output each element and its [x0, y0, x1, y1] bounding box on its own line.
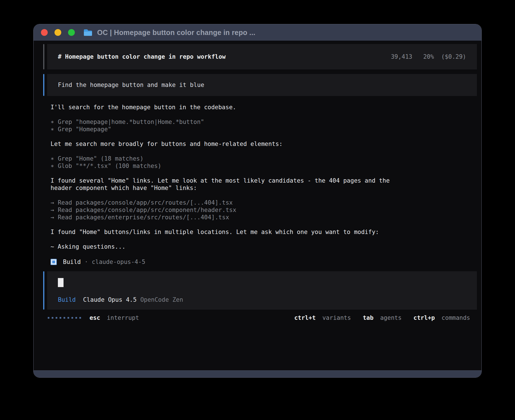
esc-key: esc [90, 314, 100, 321]
spinner-dot [60, 317, 61, 319]
shortcut-action: commands [442, 314, 470, 321]
terminal-content: # Homepage button color change in repo w… [34, 41, 481, 370]
interrupt-label: interrupt [107, 314, 139, 321]
user-message-text: Find the homepage button and make it blu… [58, 81, 204, 89]
asterisk-icon: ∗ [51, 126, 54, 133]
assistant-text-broader: Let me search more broadly for buttons a… [51, 140, 402, 148]
tool-call-text: Grep "Homepage" [58, 126, 112, 133]
agent-badge-icon [51, 259, 57, 265]
shortcut-action: variants [322, 314, 351, 321]
mode-label[interactable]: Build [58, 296, 76, 303]
model-label[interactable]: Claude Opus 4.5 [83, 296, 137, 303]
tool-call-text: Grep "Home" (18 matches) [58, 155, 143, 162]
user-message: Find the homepage button and make it blu… [43, 74, 477, 96]
user-message-accent-bar [43, 74, 44, 96]
session-cost: ($0.29) [441, 53, 466, 60]
spinner-dot [67, 317, 69, 319]
spinner-dots [48, 317, 81, 319]
provider-label: OpenCode Zen [140, 296, 183, 303]
spinner-dot [71, 317, 73, 319]
shortcut-key: tab [363, 314, 374, 321]
window-bottom-frame [34, 370, 481, 377]
asterisk-icon: ∗ [51, 155, 54, 162]
spinner-dot [56, 317, 57, 319]
spinner-dot [48, 317, 49, 319]
session-stats: 39,413 20% ($0.29) [391, 53, 466, 60]
context-percent: 20% [423, 53, 434, 60]
zoom-button[interactable] [68, 29, 75, 36]
terminal-window: OC | Homepage button color change in rep… [33, 24, 482, 378]
agent-name: Build [63, 258, 81, 266]
arrow-right-icon: → [51, 206, 54, 214]
agent-badge: Build · claude-opus-4-5 [51, 258, 402, 266]
tool-call-item: ∗ Grep "Home" (18 matches) [51, 155, 402, 162]
prompt-input[interactable]: Build Claude Opus 4.5 OpenCode Zen [43, 271, 477, 310]
shortcut-variants: ctrl+t variants [294, 314, 351, 321]
session-title: # Homepage button color change in repo w… [58, 53, 226, 60]
status-bar: esc interrupt ctrl+t variants tab agents… [43, 313, 477, 323]
window-title: OC | Homepage button color change in rep… [97, 29, 255, 37]
tool-call-item: ∗ Glob "**/*.tsx" (100 matches) [51, 162, 402, 170]
session-header: # Homepage button color change in repo w… [43, 44, 477, 69]
dot-separator: · [84, 258, 88, 266]
spinner-dot [75, 317, 77, 319]
read-call-list: → Read packages/console/app/src/routes/[… [51, 199, 402, 221]
folder-icon [83, 29, 93, 36]
assistant-text-intro: I'll search for the homepage button in t… [51, 104, 402, 111]
shortcut-agents: tab agents [363, 314, 401, 321]
read-call-text: Read packages/enterprise/src/routes/[...… [58, 214, 229, 221]
read-call-item: → Read packages/enterprise/src/routes/[.… [51, 214, 402, 221]
input-accent-bar [43, 271, 44, 310]
arrow-right-icon: → [51, 214, 54, 221]
session-header-bar [43, 44, 44, 69]
transcript: I'll search for the homepage button in t… [51, 104, 402, 266]
token-count: 39,413 [391, 53, 412, 60]
input-meta: Build Claude Opus 4.5 OpenCode Zen [58, 296, 466, 303]
shortcut-key: ctrl+t [294, 314, 316, 321]
agent-model: claude-opus-4-5 [92, 258, 145, 266]
spinner-dot [79, 317, 81, 319]
tool-call-item: ∗ Grep "Homepage" [51, 126, 402, 133]
arrow-right-icon: → [51, 199, 54, 206]
close-button[interactable] [41, 29, 48, 36]
read-call-text: Read packages/console/app/src/component/… [58, 206, 236, 214]
minimize-button[interactable] [54, 29, 61, 36]
interrupt-hint: esc interrupt [90, 314, 139, 321]
spinner-dot [52, 317, 53, 319]
tool-call-text: Glob "**/*.tsx" (100 matches) [58, 162, 162, 170]
asterisk-icon: ∗ [51, 118, 54, 126]
asterisk-icon: ∗ [51, 162, 54, 170]
read-call-text: Read packages/console/app/src/routes/[..… [58, 199, 233, 206]
titlebar: OC | Homepage button color change in rep… [34, 24, 481, 41]
assistant-text-found-buttons: I found "Home" buttons/links in multiple… [51, 228, 402, 236]
tool-call-list: ∗ Grep "Home" (18 matches) ∗ Glob "**/*.… [51, 155, 402, 170]
tool-call-item: ∗ Grep "homepage|home.*button|Home.*butt… [51, 118, 402, 126]
tool-call-list: ∗ Grep "homepage|home.*button|Home.*butt… [51, 118, 402, 133]
tool-call-text: Grep "homepage|home.*button|Home.*button… [58, 118, 204, 126]
asking-questions-status: ~ Asking questions... [51, 243, 402, 250]
assistant-text-found-links: I found several "Home" links. Let me loo… [51, 177, 402, 192]
read-call-item: → Read packages/console/app/src/routes/[… [51, 199, 402, 206]
shortcut-commands: ctrl+p commands [413, 314, 470, 321]
shortcut-key: ctrl+p [413, 314, 435, 321]
read-call-item: → Read packages/console/app/src/componen… [51, 206, 402, 214]
text-cursor [58, 278, 64, 287]
spinner-dot [64, 317, 65, 319]
shortcut-action: agents [380, 314, 401, 321]
traffic-lights [41, 29, 75, 36]
